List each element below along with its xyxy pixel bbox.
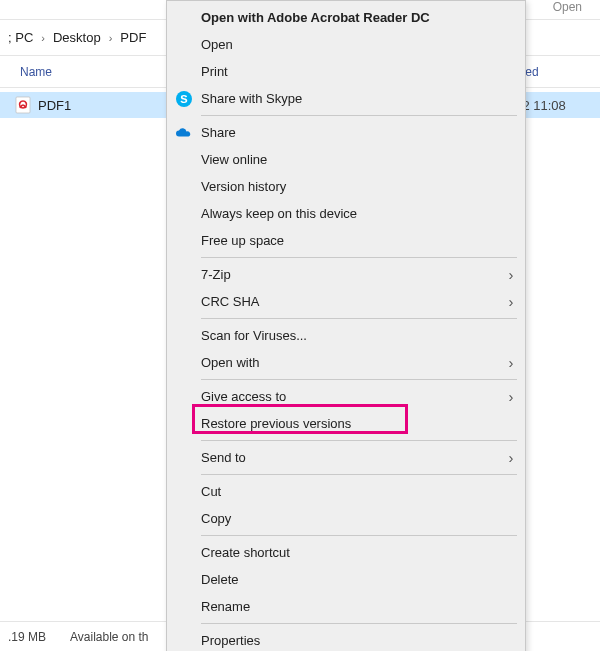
menu-scan-viruses[interactable]: Scan for Viruses...	[169, 322, 523, 349]
menu-crc-sha[interactable]: CRC SHA ›	[169, 288, 523, 315]
menu-cut[interactable]: Cut	[169, 478, 523, 505]
menu-always-keep[interactable]: Always keep on this device	[169, 200, 523, 227]
menu-separator	[201, 257, 517, 258]
chevron-right-icon: ›	[499, 293, 523, 310]
menu-send-to[interactable]: Send to ›	[169, 444, 523, 471]
breadcrumb-seg-desktop[interactable]: Desktop	[49, 30, 105, 45]
breadcrumb-seg-pc[interactable]: ; PC	[4, 30, 37, 45]
menu-separator	[201, 440, 517, 441]
menu-separator	[201, 379, 517, 380]
menu-print[interactable]: Print	[169, 58, 523, 85]
skype-icon: S	[169, 90, 199, 108]
menu-share[interactable]: Share	[169, 119, 523, 146]
menu-open[interactable]: Open	[169, 31, 523, 58]
menu-separator	[201, 115, 517, 116]
chevron-right-icon: ›	[105, 32, 117, 44]
menu-rename[interactable]: Rename	[169, 593, 523, 620]
breadcrumb-seg-pdf[interactable]: PDF	[116, 30, 150, 45]
open-button-partial[interactable]: Open	[553, 0, 582, 14]
menu-separator	[201, 474, 517, 475]
pdf-file-icon	[14, 96, 32, 114]
chevron-right-icon: ›	[499, 388, 523, 405]
chevron-right-icon: ›	[499, 449, 523, 466]
menu-properties[interactable]: Properties	[169, 627, 523, 651]
menu-give-access-to[interactable]: Give access to ›	[169, 383, 523, 410]
chevron-right-icon: ›	[499, 266, 523, 283]
menu-separator	[201, 318, 517, 319]
chevron-right-icon: ›	[499, 354, 523, 371]
menu-create-shortcut[interactable]: Create shortcut	[169, 539, 523, 566]
chevron-right-icon: ›	[37, 32, 49, 44]
menu-delete[interactable]: Delete	[169, 566, 523, 593]
svg-text:S: S	[180, 93, 187, 105]
menu-share-skype[interactable]: S Share with Skype	[169, 85, 523, 112]
status-availability: Available on th	[70, 630, 149, 644]
menu-open-acrobat[interactable]: Open with Adobe Acrobat Reader DC	[169, 4, 523, 31]
menu-separator	[201, 535, 517, 536]
menu-view-online[interactable]: View online	[169, 146, 523, 173]
menu-open-with[interactable]: Open with ›	[169, 349, 523, 376]
status-size: .19 MB	[8, 630, 46, 644]
menu-free-up-space[interactable]: Free up space	[169, 227, 523, 254]
cloud-icon	[169, 124, 199, 142]
menu-copy[interactable]: Copy	[169, 505, 523, 532]
menu-7zip[interactable]: 7-Zip ›	[169, 261, 523, 288]
menu-separator	[201, 623, 517, 624]
menu-restore-previous-versions[interactable]: Restore previous versions	[169, 410, 523, 437]
menu-version-history[interactable]: Version history	[169, 173, 523, 200]
context-menu[interactable]: Open with Adobe Acrobat Reader DC Open P…	[166, 0, 526, 651]
